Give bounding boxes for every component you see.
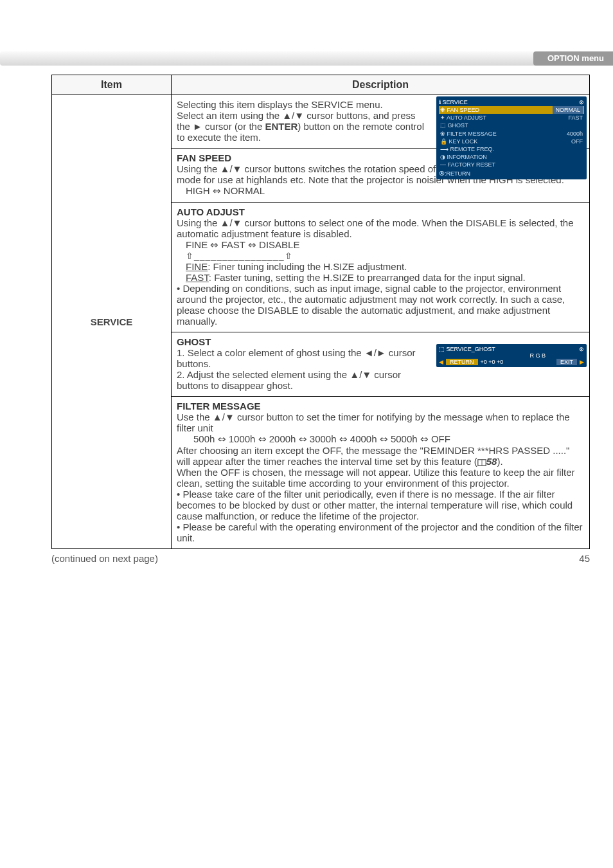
osd2-return: RETURN: [446, 359, 478, 365]
osd-ghost-panel: ⬚ SERVICE_GHOST⊗ R G B ◀ RETURN +0 +0 +0…: [436, 344, 587, 367]
continued-label: (continued on next page): [51, 553, 158, 564]
section-autoadjust: AUTO ADJUST Using the ▲/▼ cursor buttons…: [172, 203, 589, 332]
section-filtermessage: FILTER MESSAGE Use the ▲/▼ cursor button…: [172, 397, 589, 548]
manual-ref-icon: [477, 459, 486, 466]
autoadjust-arrowline: ⇧________________⇧: [186, 251, 583, 261]
osd2-rgb: R G B: [439, 352, 584, 359]
osd2-vals: +0 +0 +0: [481, 359, 504, 365]
col-header-desc: Description: [172, 75, 590, 95]
filter-options: 500h ⇔ 1000h ⇔ 2000h ⇔ 3000h ⇔ 4000h ⇔ 5…: [177, 433, 583, 445]
osd-title: SERVICE: [443, 99, 468, 105]
desc-cell: Selecting this item displays the SERVICE…: [172, 95, 590, 549]
osd2-exit: EXIT: [556, 359, 577, 365]
osd-keylock-val: OFF: [571, 138, 583, 145]
fine-text: : Finer tuning including the H.SIZE adju…: [208, 261, 407, 272]
filter-heading: FILTER MESSAGE: [177, 401, 583, 411]
filter-bullet1: • Please take care of the filter unit pe…: [177, 489, 583, 521]
osd-filter-key: FILTER MESSAGE: [447, 131, 497, 137]
intro-line1: Selecting this item displays the SERVICE…: [177, 99, 383, 110]
item-cell-service: SERVICE: [52, 95, 172, 549]
section-tab: OPTION menu: [533, 51, 613, 66]
filter-body4: When the OFF is chosen, the message will…: [177, 467, 583, 489]
osd-service-menu: ℹ SERVICE⊗ ❋ FAN SPEEDNORMAL ✦ AUTO ADJU…: [436, 96, 587, 179]
autoadjust-heading: AUTO ADJUST: [177, 206, 583, 217]
osd2-title: SERVICE_GHOST: [447, 346, 495, 352]
filter-body3b: ).: [497, 456, 502, 467]
section-intro: Selecting this item displays the SERVICE…: [172, 95, 589, 149]
osd-keylock-key: KEY LOCK: [449, 138, 478, 145]
autoadjust-modes: FINE ⇔ FAST ⇔ DISABLE: [186, 239, 583, 251]
ghost-step1: 1. Select a color element of ghost using…: [177, 347, 421, 369]
autoadjust-bullet: • Depending on conditions, such as input…: [177, 283, 583, 327]
osd-fanspeed-key: FAN SPEED: [447, 107, 480, 113]
page-footer: (continued on next page) 45: [51, 553, 590, 564]
option-table: Item Description SERVICE Selecting this …: [51, 75, 590, 549]
header-bar: OPTION menu: [0, 51, 613, 66]
filter-body1: Use the ▲/▼ cursor button to set the tim…: [177, 411, 583, 433]
fanspeed-toggle: HIGH ⇔ NORMAL: [186, 185, 583, 197]
osd-remote-key: REMOTE FREQ.: [450, 146, 495, 152]
osd-ghost-key: GHOST: [448, 122, 468, 129]
osd-autoadj-key: AUTO ADJUST: [447, 114, 486, 121]
osd-filter-val: 4000h: [567, 130, 583, 138]
filter-ref-page: 58: [486, 456, 497, 467]
page-number: 45: [579, 553, 590, 564]
autoadjust-body1: Using the ▲/▼ cursor buttons to select o…: [177, 217, 583, 239]
fast-text: : Faster tuning, setting the H.SIZE to p…: [209, 272, 526, 283]
filter-body3a: After choosing an item except the OFF, t…: [177, 445, 569, 467]
osd-info-key: INFORMATION: [447, 154, 487, 160]
ghost-step2: 2. Adjust the selected element using the…: [177, 369, 421, 391]
section-ghost: GHOST 1. Select a color element of ghost…: [172, 332, 589, 397]
osd-return: RETURN: [447, 170, 471, 177]
svg-rect-2: [482, 460, 485, 465]
fine-label: FINE: [186, 261, 208, 272]
enter-label: ENTER: [265, 121, 298, 132]
svg-rect-1: [478, 460, 481, 465]
fast-label: FAST: [186, 272, 209, 283]
osd-fanspeed-val: NORMAL: [553, 106, 583, 114]
filter-bullet2: • Please be careful with the operating e…: [177, 521, 583, 543]
osd-reset-key: FACTORY RESET: [448, 161, 496, 168]
col-header-item: Item: [52, 75, 172, 95]
osd-autoadj-val: FAST: [568, 114, 583, 122]
